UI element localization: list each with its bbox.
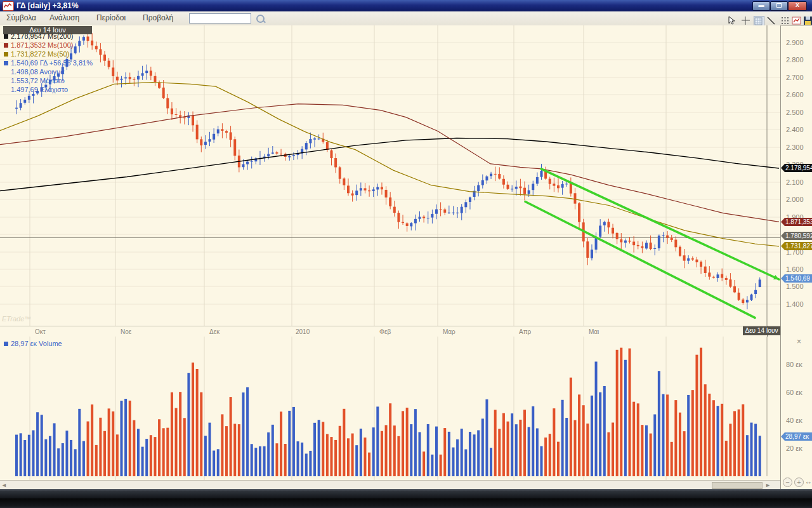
save-icon[interactable] bbox=[803, 16, 812, 25]
volume-chart[interactable] bbox=[0, 337, 780, 480]
legend-line-6: 1.497,69 Ελάχιστο bbox=[4, 86, 93, 95]
price-tick-2.800: 2.800 bbox=[786, 56, 804, 64]
legend-line-1: 1.871,3532 Ms(100) bbox=[4, 41, 93, 50]
price-box-1.540,69: 1.540,69 bbox=[781, 274, 812, 283]
month-label-Μαι: Μαι bbox=[589, 328, 599, 335]
legend-square bbox=[4, 43, 8, 48]
volume-legend: 28,97 εκ Volume bbox=[4, 340, 62, 347]
legend-text: 1.497,69 Ελάχιστο bbox=[11, 86, 68, 93]
volume-box-28,97 εκ: 28,97 εκ bbox=[781, 432, 812, 441]
month-label-Μαρ: Μαρ bbox=[443, 328, 455, 335]
menu-item-Σύμβολα[interactable]: Σύμβολα bbox=[6, 13, 36, 22]
price-box-1.731,827: 1.731,827 bbox=[781, 242, 812, 250]
screen: ΓΔ [daily] +3,81% ▬ X ΣύμβολαΑνάλυσηΠερί… bbox=[0, 0, 812, 508]
menu-item-Ανάλυση[interactable]: Ανάλυση bbox=[49, 13, 79, 22]
price-box-1.871,353: 1.871,353 bbox=[781, 218, 812, 226]
legend-square bbox=[4, 52, 8, 57]
menu-item-Περίοδοι[interactable]: Περίοδοι bbox=[96, 13, 126, 22]
month-label-2010: 2010 bbox=[296, 328, 310, 335]
zoom-out-button[interactable]: − bbox=[783, 478, 792, 487]
app-chart-icon bbox=[3, 1, 14, 11]
chart-icon[interactable] bbox=[792, 16, 801, 25]
price-box-2.178,954: 2.178,954 bbox=[781, 164, 812, 172]
time-axis-strip: ΟκτΝοεΔεκ2010ΦεβΜαρΑπρΜαι bbox=[0, 326, 780, 337]
volume-tick-60 εκ: 60 εκ bbox=[786, 389, 802, 396]
symbol-search-input[interactable] bbox=[189, 13, 251, 23]
taskbar: e♪C ♨2 Java(TM) ...▼♨10 Java(TM)...▼e[ Χ… bbox=[0, 489, 812, 508]
legend-text: 1.553,72 Μέγιστο bbox=[11, 77, 65, 84]
minimize-button[interactable]: ▬ bbox=[752, 1, 770, 11]
volume-tick-80 εκ: 80 εκ bbox=[786, 361, 802, 368]
close-button[interactable]: X bbox=[788, 1, 807, 11]
legend-line-4: 1.498,08 Ανοιγμα bbox=[4, 68, 93, 77]
zoom-in-button[interactable]: + bbox=[794, 478, 804, 487]
trendline-icon[interactable] bbox=[766, 16, 776, 25]
volume-tick-40 εκ: 40 εκ bbox=[786, 417, 802, 424]
price-tick-2.300: 2.300 bbox=[786, 144, 804, 151]
restore-icon bbox=[776, 3, 782, 8]
price-tick-2.000: 2.000 bbox=[786, 196, 804, 203]
month-label-Οκτ: Οκτ bbox=[35, 328, 46, 335]
scroll-left-arrow[interactable]: ◄ bbox=[0, 481, 8, 489]
search-icon[interactable] bbox=[256, 15, 265, 23]
price-legend: 2.178,9547 Ms(200)1.871,3532 Ms(100)1.73… bbox=[4, 32, 93, 95]
legend-text: 2.178,9547 Ms(200) bbox=[11, 32, 73, 40]
menubar: ΣύμβολαΑνάλυσηΠερίοδοιΠροβολή bbox=[0, 11, 812, 26]
watermark: ETrade™ bbox=[2, 315, 31, 323]
price-tick-2.900: 2.900 bbox=[786, 39, 804, 46]
scroll-right-arrow[interactable]: ► bbox=[764, 481, 772, 489]
price-chart[interactable] bbox=[0, 25, 780, 326]
legend-text: 1.731,8272 Ms(50) bbox=[11, 50, 69, 58]
price-tick-2.700: 2.700 bbox=[786, 74, 804, 81]
price-tick-2.400: 2.400 bbox=[786, 126, 804, 133]
restore-button[interactable] bbox=[770, 1, 788, 11]
price-tick-1.600: 1.600 bbox=[786, 265, 804, 273]
month-label-Δεκ: Δεκ bbox=[209, 328, 219, 335]
crosshair-icon[interactable] bbox=[741, 16, 750, 25]
month-label-Νοε: Νοε bbox=[121, 328, 131, 335]
legend-text: 1.871,3532 Ms(100) bbox=[11, 41, 73, 49]
volume-legend-square bbox=[4, 342, 8, 346]
price-tick-2.500: 2.500 bbox=[786, 109, 804, 116]
legend-line-0: 2.178,9547 Ms(200) bbox=[4, 32, 93, 41]
legend-square bbox=[4, 61, 8, 65]
legend-line-5: 1.553,72 Μέγιστο bbox=[4, 77, 93, 86]
scrollbar-thumb[interactable] bbox=[712, 482, 763, 489]
volume-legend-text: 28,97 εκ Volume bbox=[11, 340, 62, 347]
legend-line-2: 1.731,8272 Ms(50) bbox=[4, 50, 93, 59]
price-tick-2.100: 2.100 bbox=[786, 178, 804, 186]
volume-tick-20 εκ: 20 εκ bbox=[786, 444, 802, 452]
horizontal-scrollbar[interactable]: ◄ ► bbox=[0, 480, 780, 490]
legend-text: 1.540,69 ΓΔ +56,56 3,81% bbox=[11, 59, 93, 67]
pointer-icon[interactable] bbox=[727, 16, 737, 25]
zoom-fit-button[interactable]: ↔ bbox=[804, 478, 812, 486]
window-title: ΓΔ [daily] +3,81% bbox=[16, 0, 79, 11]
price-tick-1.500: 1.500 bbox=[786, 283, 804, 290]
legend-square bbox=[4, 34, 8, 39]
menu-item-Προβολή[interactable]: Προβολή bbox=[143, 13, 173, 22]
month-label-Απρ: Απρ bbox=[519, 328, 531, 335]
month-label-Φεβ: Φεβ bbox=[379, 328, 391, 335]
titlebar[interactable]: ΓΔ [daily] +3,81% ▬ X bbox=[0, 0, 812, 11]
price-tick-1.400: 1.400 bbox=[786, 300, 804, 308]
price-tick-2.600: 2.600 bbox=[786, 91, 804, 98]
price-axis-column: 2.9002.8002.7002.6002.5002.4002.3002.200… bbox=[780, 25, 812, 489]
time-axis-highlight: Δευ 14 Ιουν bbox=[743, 326, 780, 335]
dots-icon[interactable] bbox=[780, 16, 790, 25]
legend-line-3: 1.540,69 ΓΔ +56,56 3,81% bbox=[4, 59, 93, 68]
price-box-1.780,592: 1.780,592 bbox=[781, 232, 812, 240]
legend-text: 1.498,08 Ανοιγμα bbox=[11, 68, 65, 76]
